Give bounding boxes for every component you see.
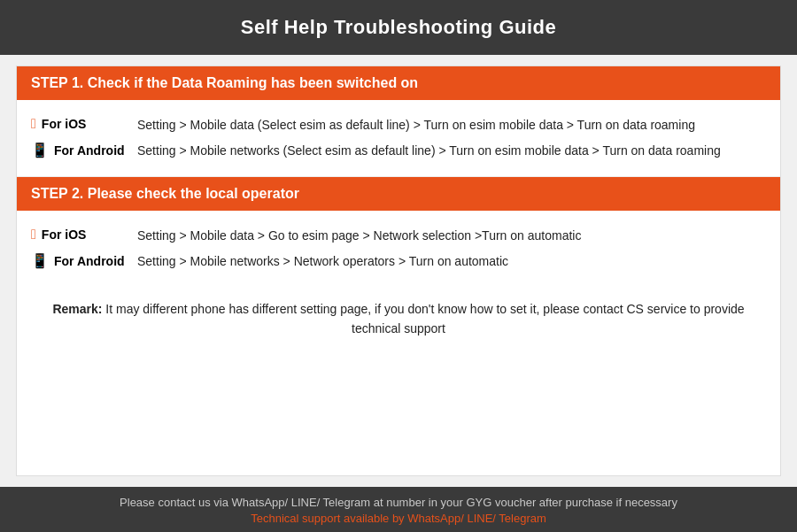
apple-icon: 	[31, 116, 36, 132]
android-icon-2: 📱	[31, 252, 49, 269]
main-content: STEP 1. Check if the Data Roaming has be…	[16, 66, 781, 476]
footer-main-text: Please contact us via WhatsApp/ LINE/ Te…	[0, 496, 797, 509]
step1-ios-label:  For iOS	[31, 116, 137, 132]
remark-text: It may different phone has different set…	[105, 302, 744, 335]
step1-header: STEP 1. Check if the Data Roaming has be…	[17, 66, 780, 100]
remark-section: Remark: It may different phone has diffe…	[17, 287, 780, 351]
remark-label: Remark:	[52, 302, 102, 316]
page-title: Self Help Troubleshooting Guide	[0, 16, 797, 39]
step1-rows:  For iOS Setting > Mobile data (Select …	[17, 100, 780, 177]
step2-ios-label:  For iOS	[31, 227, 137, 243]
footer: Please contact us via WhatsApp/ LINE/ Te…	[0, 487, 797, 532]
step1-ios-text: Setting > Mobile data (Select esim as de…	[137, 116, 695, 135]
step2-ios-row:  For iOS Setting > Mobile data > Go to …	[31, 227, 766, 245]
apple-icon-2: 	[31, 227, 36, 243]
step2-heading: STEP 2. Please check the local operator	[31, 186, 299, 201]
step2-rows:  For iOS Setting > Mobile data > Go to …	[17, 211, 780, 287]
step1-android-row: 📱 For Android Setting > Mobile networks …	[31, 142, 766, 160]
step1-ios-row:  For iOS Setting > Mobile data (Select …	[31, 116, 766, 135]
android-icon: 📱	[31, 142, 49, 158]
step2-android-label: 📱 For Android	[31, 252, 137, 269]
step2-ios-text: Setting > Mobile data > Go to esim page …	[137, 227, 581, 245]
step1-heading: STEP 1. Check if the Data Roaming has be…	[31, 75, 418, 90]
step2-android-row: 📱 For Android Setting > Mobile networks …	[31, 252, 766, 271]
footer-support-text: Technical support available by WhatsApp/…	[0, 512, 797, 525]
page-header: Self Help Troubleshooting Guide	[0, 0, 797, 55]
step2-android-text: Setting > Mobile networks > Network oper…	[137, 252, 508, 271]
step1-android-text: Setting > Mobile networks (Select esim a…	[137, 142, 721, 160]
step2-header: STEP 2. Please check the local operator	[17, 177, 780, 211]
step1-android-label: 📱 For Android	[31, 142, 137, 158]
